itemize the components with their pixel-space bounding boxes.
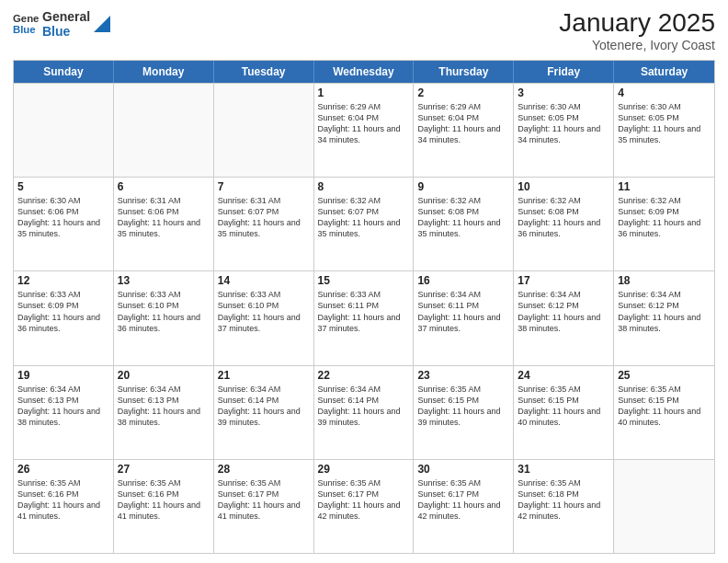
day-info: Sunrise: 6:34 AM Sunset: 6:11 PM Dayligh…	[417, 289, 509, 334]
calendar-day-19: 19Sunrise: 6:34 AM Sunset: 6:13 PM Dayli…	[14, 366, 114, 459]
calendar-day-8: 8Sunrise: 6:32 AM Sunset: 6:07 PM Daylig…	[314, 178, 415, 270]
day-number: 13	[118, 274, 210, 287]
calendar-day-27: 27Sunrise: 6:35 AM Sunset: 6:16 PM Dayli…	[114, 460, 214, 553]
calendar-row-0: 1Sunrise: 6:29 AM Sunset: 6:04 PM Daylig…	[14, 83, 714, 177]
svg-text:Blue: Blue	[13, 24, 36, 35]
weekday-header-thursday: Thursday	[414, 61, 514, 83]
day-number: 7	[218, 180, 310, 193]
day-number: 11	[618, 180, 711, 193]
day-info: Sunrise: 6:30 AM Sunset: 6:06 PM Dayligh…	[17, 195, 109, 240]
day-info: Sunrise: 6:33 AM Sunset: 6:09 PM Dayligh…	[17, 289, 109, 334]
title-block: January 2025 Yotenere, Ivory Coast	[559, 9, 715, 52]
day-info: Sunrise: 6:34 AM Sunset: 6:13 PM Dayligh…	[118, 384, 210, 429]
weekday-header-sunday: Sunday	[14, 61, 114, 83]
day-info: Sunrise: 6:35 AM Sunset: 6:17 PM Dayligh…	[218, 477, 310, 523]
day-number: 20	[118, 369, 210, 382]
logo-triangle-icon	[94, 16, 110, 32]
calendar-empty-cell	[214, 84, 314, 177]
day-number: 18	[618, 274, 711, 287]
weekday-header-tuesday: Tuesday	[214, 61, 314, 83]
calendar-day-9: 9Sunrise: 6:32 AM Sunset: 6:08 PM Daylig…	[414, 178, 514, 270]
day-info: Sunrise: 6:32 AM Sunset: 6:08 PM Dayligh…	[518, 195, 609, 240]
calendar-day-11: 11Sunrise: 6:32 AM Sunset: 6:09 PM Dayli…	[614, 178, 714, 270]
day-info: Sunrise: 6:31 AM Sunset: 6:07 PM Dayligh…	[218, 195, 310, 240]
day-info: Sunrise: 6:33 AM Sunset: 6:10 PM Dayligh…	[218, 289, 310, 334]
day-info: Sunrise: 6:34 AM Sunset: 6:14 PM Dayligh…	[218, 384, 310, 429]
calendar-day-15: 15Sunrise: 6:33 AM Sunset: 6:11 PM Dayli…	[314, 271, 415, 364]
calendar-day-18: 18Sunrise: 6:34 AM Sunset: 6:12 PM Dayli…	[614, 271, 714, 364]
day-number: 8	[318, 180, 410, 193]
calendar-day-3: 3Sunrise: 6:30 AM Sunset: 6:05 PM Daylig…	[514, 84, 614, 177]
calendar-day-1: 1Sunrise: 6:29 AM Sunset: 6:04 PM Daylig…	[314, 84, 415, 177]
day-info: Sunrise: 6:35 AM Sunset: 6:17 PM Dayligh…	[318, 477, 410, 523]
day-number: 3	[518, 86, 609, 99]
calendar-day-16: 16Sunrise: 6:34 AM Sunset: 6:11 PM Dayli…	[414, 271, 514, 364]
calendar-day-30: 30Sunrise: 6:35 AM Sunset: 6:17 PM Dayli…	[414, 460, 514, 553]
day-info: Sunrise: 6:29 AM Sunset: 6:04 PM Dayligh…	[318, 101, 410, 146]
calendar-day-17: 17Sunrise: 6:34 AM Sunset: 6:12 PM Dayli…	[514, 271, 614, 364]
calendar-day-22: 22Sunrise: 6:34 AM Sunset: 6:14 PM Dayli…	[314, 366, 415, 459]
calendar-day-2: 2Sunrise: 6:29 AM Sunset: 6:04 PM Daylig…	[414, 84, 514, 177]
day-number: 15	[318, 274, 410, 287]
calendar-day-14: 14Sunrise: 6:33 AM Sunset: 6:10 PM Dayli…	[214, 271, 314, 364]
day-info: Sunrise: 6:35 AM Sunset: 6:16 PM Dayligh…	[17, 477, 109, 523]
calendar-day-12: 12Sunrise: 6:33 AM Sunset: 6:09 PM Dayli…	[14, 271, 114, 364]
day-info: Sunrise: 6:33 AM Sunset: 6:11 PM Dayligh…	[318, 289, 410, 334]
day-number: 5	[17, 180, 109, 193]
day-number: 31	[518, 463, 609, 476]
day-info: Sunrise: 6:35 AM Sunset: 6:16 PM Dayligh…	[118, 477, 210, 523]
calendar-day-23: 23Sunrise: 6:35 AM Sunset: 6:15 PM Dayli…	[414, 366, 514, 459]
day-info: Sunrise: 6:34 AM Sunset: 6:12 PM Dayligh…	[618, 289, 711, 334]
day-number: 29	[318, 463, 410, 476]
calendar-day-29: 29Sunrise: 6:35 AM Sunset: 6:17 PM Dayli…	[314, 460, 415, 553]
day-number: 6	[118, 180, 210, 193]
day-info: Sunrise: 6:35 AM Sunset: 6:15 PM Dayligh…	[417, 384, 509, 429]
day-info: Sunrise: 6:35 AM Sunset: 6:15 PM Dayligh…	[518, 384, 609, 429]
logo-line2: Blue	[42, 24, 90, 39]
calendar: SundayMondayTuesdayWednesdayThursdayFrid…	[13, 60, 715, 554]
day-info: Sunrise: 6:30 AM Sunset: 6:05 PM Dayligh…	[618, 101, 711, 146]
calendar-row-4: 26Sunrise: 6:35 AM Sunset: 6:16 PM Dayli…	[14, 459, 714, 553]
day-info: Sunrise: 6:34 AM Sunset: 6:12 PM Dayligh…	[518, 289, 609, 334]
calendar-day-6: 6Sunrise: 6:31 AM Sunset: 6:06 PM Daylig…	[114, 178, 214, 270]
header: General Blue General Blue January 2025 Y…	[13, 9, 715, 52]
weekday-header-saturday: Saturday	[614, 61, 714, 83]
day-info: Sunrise: 6:35 AM Sunset: 6:15 PM Dayligh…	[618, 384, 711, 429]
calendar-day-13: 13Sunrise: 6:33 AM Sunset: 6:10 PM Dayli…	[114, 271, 214, 364]
day-number: 9	[417, 180, 509, 193]
calendar-day-10: 10Sunrise: 6:32 AM Sunset: 6:08 PM Dayli…	[514, 178, 614, 270]
calendar-day-28: 28Sunrise: 6:35 AM Sunset: 6:17 PM Dayli…	[214, 460, 314, 553]
logo-icon: General Blue	[13, 11, 39, 37]
day-number: 19	[17, 369, 109, 382]
day-info: Sunrise: 6:32 AM Sunset: 6:07 PM Dayligh…	[318, 195, 410, 240]
day-info: Sunrise: 6:35 AM Sunset: 6:17 PM Dayligh…	[417, 477, 509, 523]
day-number: 4	[618, 86, 711, 99]
day-number: 12	[17, 274, 109, 287]
calendar-subtitle: Yotenere, Ivory Coast	[559, 38, 715, 52]
calendar-day-7: 7Sunrise: 6:31 AM Sunset: 6:07 PM Daylig…	[214, 178, 314, 270]
calendar-day-25: 25Sunrise: 6:35 AM Sunset: 6:15 PM Dayli…	[614, 366, 714, 459]
day-info: Sunrise: 6:32 AM Sunset: 6:08 PM Dayligh…	[417, 195, 509, 240]
day-info: Sunrise: 6:35 AM Sunset: 6:18 PM Dayligh…	[518, 477, 609, 523]
day-number: 14	[218, 274, 310, 287]
day-number: 24	[518, 369, 609, 382]
calendar-row-1: 5Sunrise: 6:30 AM Sunset: 6:06 PM Daylig…	[14, 177, 714, 270]
calendar-row-3: 19Sunrise: 6:34 AM Sunset: 6:13 PM Dayli…	[14, 365, 714, 459]
day-number: 23	[417, 369, 509, 382]
day-info: Sunrise: 6:33 AM Sunset: 6:10 PM Dayligh…	[118, 289, 210, 334]
day-number: 22	[318, 369, 410, 382]
day-number: 1	[318, 86, 410, 99]
calendar-day-4: 4Sunrise: 6:30 AM Sunset: 6:05 PM Daylig…	[614, 84, 714, 177]
day-number: 27	[118, 463, 210, 476]
calendar-row-2: 12Sunrise: 6:33 AM Sunset: 6:09 PM Dayli…	[14, 270, 714, 364]
page: General Blue General Blue January 2025 Y…	[0, 0, 728, 563]
day-number: 28	[218, 463, 310, 476]
calendar-empty-cell	[614, 460, 714, 553]
weekday-header-wednesday: Wednesday	[314, 61, 415, 83]
calendar-day-31: 31Sunrise: 6:35 AM Sunset: 6:18 PM Dayli…	[514, 460, 614, 553]
day-info: Sunrise: 6:32 AM Sunset: 6:09 PM Dayligh…	[618, 195, 711, 240]
day-number: 17	[518, 274, 609, 287]
calendar-day-21: 21Sunrise: 6:34 AM Sunset: 6:14 PM Dayli…	[214, 366, 314, 459]
day-number: 26	[17, 463, 109, 476]
day-info: Sunrise: 6:29 AM Sunset: 6:04 PM Dayligh…	[417, 101, 509, 146]
